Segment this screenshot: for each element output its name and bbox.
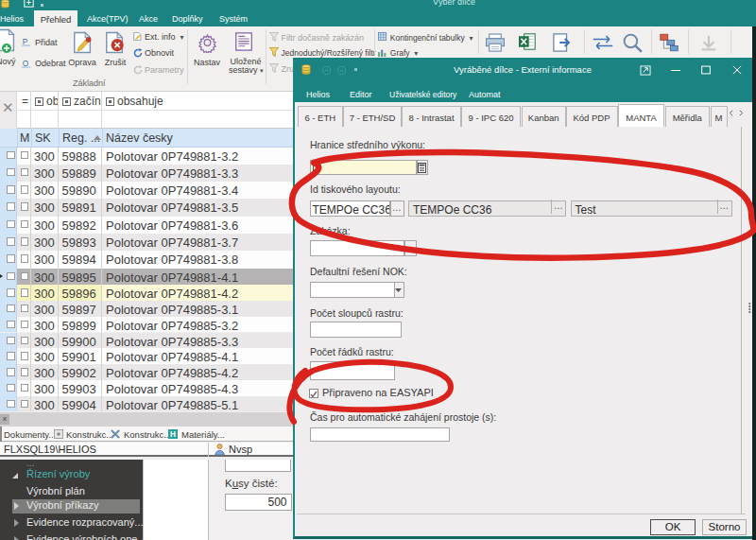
svg-text:O: O	[22, 59, 28, 68]
svg-text:P: P	[23, 37, 28, 46]
svg-text:H: H	[170, 430, 176, 439]
